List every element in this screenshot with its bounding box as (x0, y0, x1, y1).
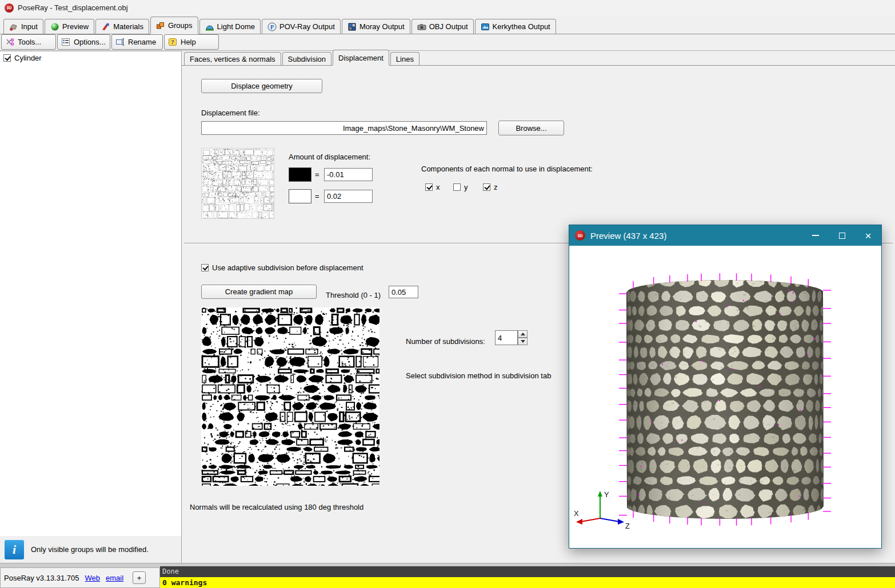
email-link[interactable]: email (106, 574, 123, 582)
y-label: y (464, 183, 468, 191)
options-list-icon (61, 38, 70, 47)
amount-label: Amount of displacement: (289, 153, 370, 161)
window-title: PoseRay - Test_displacement.obj (18, 3, 128, 12)
subtab-label: Displacement (338, 54, 383, 62)
tab-kerkythea-output[interactable]: Kerkythea Output (475, 19, 556, 34)
minimize-icon (812, 235, 819, 236)
axis-x-label: X (574, 509, 579, 518)
subtab-subdivision[interactable]: Subdivision (282, 52, 332, 65)
subtab-label: Lines (396, 55, 414, 63)
black-amount-input[interactable] (324, 168, 373, 181)
subtab-faces[interactable]: Faces, vertices & normals (184, 52, 281, 65)
main-tab-bar: Input Preview Materials Groups Light Dom… (0, 15, 895, 34)
close-button[interactable]: × (855, 225, 881, 246)
poseray-logo-icon: 3D (575, 230, 585, 241)
options-button[interactable]: Options... (57, 34, 110, 50)
help-button[interactable]: ? Help (164, 34, 219, 50)
status-done-bar: Done (160, 566, 895, 577)
group-item-label: Cylinder (14, 54, 42, 62)
status-left-panel: PoseRay v3.13.31.705 Web email + (0, 567, 160, 588)
y-checkbox[interactable] (453, 183, 461, 191)
info-bar: i Only visible groups will be modified. (0, 536, 182, 563)
z-label: z (494, 183, 498, 191)
expand-log-button[interactable]: + (133, 571, 146, 584)
tab-label: Groups (168, 21, 193, 30)
adaptive-checkbox[interactable] (201, 264, 209, 271)
version-text: PoseRay v3.13.31.705 (4, 574, 79, 582)
threshold-label: Threshold (0 - 1) (326, 291, 381, 299)
camera-icon (417, 22, 426, 31)
info-icon: i (5, 540, 24, 559)
black-swatch (289, 167, 311, 182)
adaptive-label: Use adaptive subdivision before displace… (212, 263, 363, 272)
displacement-map-thumbnail (201, 148, 274, 219)
component-z-checkbox[interactable]: z (483, 183, 498, 191)
status-warnings-bar: 0 warnings (160, 577, 895, 588)
tab-input[interactable]: Input (3, 19, 43, 34)
equals-sign: = (315, 170, 319, 179)
svg-text:P: P (270, 23, 274, 30)
browse-button[interactable]: Browse... (498, 121, 564, 135)
subtab-lines[interactable]: Lines (390, 52, 419, 65)
groups-icon (156, 21, 165, 30)
tools-icon (5, 38, 14, 47)
axis-indicator: Y X Z (573, 489, 636, 540)
paintbrush-icon (101, 22, 110, 31)
tab-light-dome[interactable]: Light Dome (199, 19, 261, 34)
white-amount-input[interactable] (324, 190, 373, 203)
tools-button-label: Tools... (18, 38, 41, 46)
web-link[interactable]: Web (85, 574, 101, 582)
minimize-button[interactable] (802, 225, 829, 246)
threshold-input[interactable] (389, 286, 418, 298)
x-checkbox[interactable] (425, 183, 433, 191)
dome-icon (205, 22, 214, 31)
tab-groups[interactable]: Groups (150, 17, 198, 34)
tab-materials[interactable]: Materials (95, 19, 149, 34)
poseray-logo-icon: 3D (5, 3, 14, 13)
cylinder-checkbox[interactable] (3, 54, 11, 62)
rename-icon (115, 38, 125, 47)
tab-moray-output[interactable]: Moray Output (342, 19, 410, 34)
sphere-icon (50, 22, 59, 31)
subtab-displacement[interactable]: Displacement (333, 50, 389, 65)
up-arrow-icon (521, 333, 525, 335)
close-icon: × (865, 230, 871, 241)
tab-label: Moray Output (359, 22, 405, 31)
tab-obj-output[interactable]: OBJ Output (411, 19, 474, 34)
rename-button-label: Rename (128, 38, 156, 46)
subdivisions-stepper (518, 330, 528, 345)
hand-icon (9, 22, 18, 31)
maximize-icon (839, 233, 845, 239)
help-icon: ? (168, 38, 177, 47)
adaptive-subdivision-checkbox[interactable]: Use adaptive subdivision before displace… (201, 263, 363, 272)
group-item-cylinder[interactable]: Cylinder (3, 54, 42, 62)
rename-button[interactable]: Rename (111, 34, 163, 50)
stepper-up-button[interactable] (518, 330, 528, 338)
axis-z-label: Z (625, 522, 630, 530)
subdivisions-input[interactable] (495, 330, 518, 345)
options-button-label: Options... (74, 38, 106, 46)
method-note: Select subdivision method in subdivision… (406, 371, 551, 380)
tab-preview[interactable]: Preview (45, 19, 94, 34)
displace-geometry-button[interactable]: Displace geometry (201, 79, 322, 93)
create-gradient-map-button[interactable]: Create gradient map (201, 285, 317, 299)
component-y-checkbox[interactable]: y (453, 183, 468, 191)
subdivisions-label: Number of subdivisions: (406, 337, 485, 346)
equals-sign: = (315, 192, 319, 201)
tab-label: Kerkythea Output (493, 22, 550, 31)
z-checkbox[interactable] (483, 183, 490, 191)
moray-grid-icon (347, 22, 357, 31)
tab-povray-output[interactable]: P POV-Ray Output (262, 19, 341, 34)
preview-titlebar[interactable]: 3D Preview (437 x 423) × (569, 225, 881, 246)
tools-button[interactable]: Tools... (1, 34, 56, 50)
stepper-down-button[interactable] (518, 338, 528, 345)
kerkythea-icon (481, 22, 490, 31)
tab-label: Materials (113, 22, 143, 31)
preview-window-title: Preview (437 x 423) (590, 231, 666, 241)
displacement-file-input[interactable] (201, 121, 487, 135)
toolbar: Tools... Options... Rename ? Help (1, 34, 219, 51)
x-label: x (436, 183, 440, 191)
component-x-checkbox[interactable]: x (425, 183, 440, 191)
maximize-button[interactable] (829, 225, 855, 246)
poseray-window: 3D PoseRay - Test_displacement.obj Input… (0, 0, 895, 588)
